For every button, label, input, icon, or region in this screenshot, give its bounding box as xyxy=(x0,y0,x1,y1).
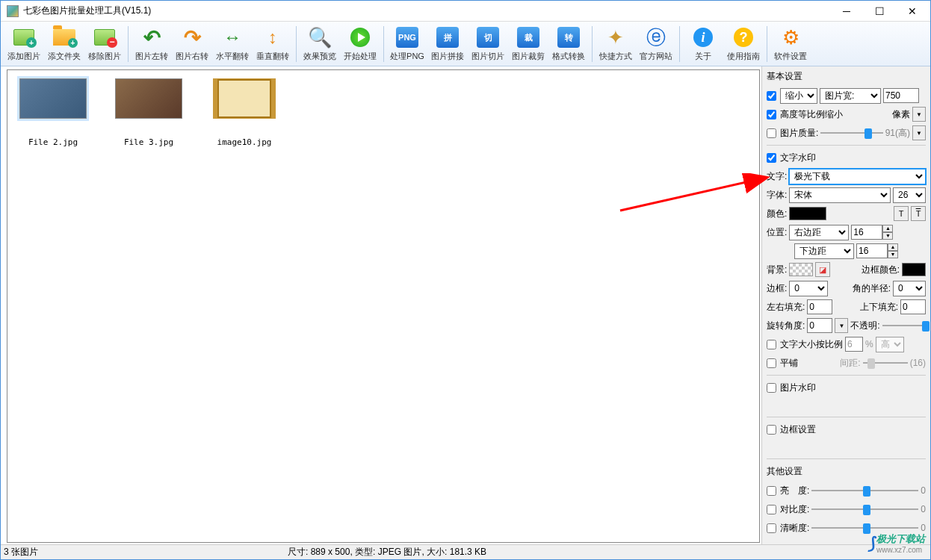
toolbar-start[interactable]: 开始处理 xyxy=(340,24,380,64)
about-icon: i xyxy=(691,25,715,49)
thumbnail-item[interactable]: File 3.jpg xyxy=(109,76,188,147)
font-select[interactable]: 宋体 xyxy=(789,187,891,203)
add-folder-icon xyxy=(52,25,76,49)
remove-image-label: 移除图片 xyxy=(88,51,121,62)
border-color-swatch[interactable] xyxy=(902,263,926,276)
width-mode-select[interactable]: 图片宽: xyxy=(820,88,881,104)
shortcut-icon: ✦ xyxy=(604,25,628,49)
guide-label: 使用指南 xyxy=(727,51,760,62)
toolbar-preview[interactable]: 🔍效果预览 xyxy=(300,24,340,64)
border-width-select[interactable]: 0 xyxy=(789,281,828,296)
rotate-input[interactable] xyxy=(807,318,832,333)
flip-v-label: 垂直翻转 xyxy=(256,51,289,62)
brightness-slider[interactable] xyxy=(811,484,918,497)
rotate-left-icon: ↶ xyxy=(140,25,164,49)
toolbar-website[interactable]: ⓔ官方网站 xyxy=(636,24,676,64)
thumbnail-item[interactable]: image10.jpg xyxy=(205,76,284,147)
toolbar-join[interactable]: 拼图片拼接 xyxy=(427,24,468,64)
scale-checkbox[interactable] xyxy=(767,340,776,349)
quality-slider[interactable] xyxy=(820,126,882,140)
bg-clear-btn[interactable]: ◪ xyxy=(815,262,830,277)
image-wm-checkbox[interactable] xyxy=(767,383,776,393)
quality-label: 图片质量: xyxy=(780,127,818,140)
rotate-right-icon: ↷ xyxy=(180,25,204,49)
cut-label: 图片切片 xyxy=(471,51,504,62)
text-wm-title: 文字水印 xyxy=(780,152,816,164)
website-icon: ⓔ xyxy=(644,25,668,49)
flip-h-label: 水平翻转 xyxy=(216,51,249,62)
contrast-label: 对比度: xyxy=(780,503,809,516)
gap-slider xyxy=(863,356,908,370)
resize-checkbox[interactable] xyxy=(767,91,776,101)
pos-h-select[interactable]: 右边距 xyxy=(789,225,849,240)
rotate-left-label: 图片左转 xyxy=(135,51,168,62)
add-folder-label: 添文件夹 xyxy=(48,51,81,62)
brightness-checkbox[interactable] xyxy=(767,486,776,496)
pad-v-input[interactable] xyxy=(900,299,926,314)
ratio-label: 高度等比例缩小 xyxy=(780,108,843,121)
contrast-checkbox[interactable] xyxy=(767,505,776,514)
toolbar-rotate-left[interactable]: ↶图片左转 xyxy=(132,24,172,64)
opacity-slider[interactable] xyxy=(882,319,926,332)
start-icon xyxy=(348,25,372,49)
pos-v-spinner[interactable]: ▲▼ xyxy=(856,243,898,258)
toolbar-about[interactable]: i关于 xyxy=(683,24,723,64)
text-wm-checkbox[interactable] xyxy=(767,153,776,163)
thumbnails-area[interactable]: File 2.jpgFile 3.jpgimage10.jpg xyxy=(7,69,760,543)
toolbar-rotate-right[interactable]: ↷图片右转 xyxy=(172,24,212,64)
pad-h-label: 左右填充: xyxy=(767,301,805,314)
border-setting-checkbox[interactable] xyxy=(767,425,776,435)
toolbar-convert[interactable]: 转格式转换 xyxy=(548,24,589,64)
toolbar-png[interactable]: PNG处理PNG xyxy=(387,24,427,64)
tile-checkbox[interactable] xyxy=(767,358,776,368)
toolbar-crop[interactable]: 裁图片裁剪 xyxy=(508,24,548,64)
pad-v-label: 上下填充: xyxy=(860,301,898,314)
watermark-text-input[interactable]: 极光下载 xyxy=(789,169,926,184)
settings-label: 软件设置 xyxy=(774,51,807,62)
thumbnail-name: File 2.jpg xyxy=(28,137,78,147)
text-style-btn-1[interactable]: T xyxy=(894,206,909,221)
width-value-input[interactable] xyxy=(883,88,919,103)
toolbar-cut[interactable]: 切图片切片 xyxy=(468,24,508,64)
text-style-btn-2[interactable]: T xyxy=(911,206,926,221)
close-button[interactable]: ✕ xyxy=(896,1,929,21)
toolbar-flip-h[interactable]: ↔水平翻转 xyxy=(212,24,253,64)
pos-h-spinner[interactable]: ▲▼ xyxy=(851,225,893,240)
pad-h-input[interactable] xyxy=(807,299,832,314)
contrast-slider[interactable] xyxy=(811,503,918,516)
toolbar-guide[interactable]: ?使用指南 xyxy=(723,24,764,64)
toolbar-remove-image[interactable]: 移除图片 xyxy=(84,24,125,64)
thumbnail-item[interactable]: File 2.jpg xyxy=(13,76,93,147)
maximize-button[interactable]: ☐ xyxy=(863,1,896,21)
toolbar-shortcut[interactable]: ✦快捷方式 xyxy=(596,24,636,64)
ratio-checkbox[interactable] xyxy=(767,110,776,119)
quality-dropdown[interactable]: ▼ xyxy=(912,125,926,140)
main-toolbar: 添加图片添文件夹移除图片↶图片左转↷图片右转↔水平翻转↕垂直翻转🔍效果预览开始处… xyxy=(1,22,930,66)
text-color-swatch[interactable] xyxy=(789,207,826,220)
toolbar-settings[interactable]: ⚙软件设置 xyxy=(770,24,811,64)
title-bar: 七彩色图片批量处理工具(V15.1) ─ ☐ ✕ xyxy=(1,1,930,22)
rotate-dropdown[interactable]: ▼ xyxy=(835,318,848,333)
quality-value: 91(高) xyxy=(885,127,910,140)
corner-select[interactable]: 0 xyxy=(893,281,926,296)
brightness-label: 亮 度: xyxy=(780,485,809,497)
toolbar-flip-v[interactable]: ↕垂直翻转 xyxy=(253,24,293,64)
app-icon xyxy=(7,5,19,17)
add-image-label: 添加图片 xyxy=(7,51,40,62)
minimize-button[interactable]: ─ xyxy=(830,1,863,21)
about-label: 关于 xyxy=(695,51,711,62)
bg-color-swatch[interactable] xyxy=(789,263,813,276)
font-size-select[interactable]: 26 xyxy=(893,187,926,203)
resize-mode-select[interactable]: 缩小 xyxy=(780,88,817,104)
pos-v-select[interactable]: 下边距 xyxy=(794,243,854,259)
png-label: 处理PNG xyxy=(390,51,424,62)
shortcut-label: 快捷方式 xyxy=(599,51,632,62)
unit-dropdown[interactable]: ▼ xyxy=(912,107,926,122)
sharpness-checkbox[interactable] xyxy=(767,523,776,533)
quality-checkbox[interactable] xyxy=(767,128,776,138)
tile-label: 平铺 xyxy=(780,357,798,370)
toolbar-add-image[interactable]: 添加图片 xyxy=(4,24,44,64)
crop-icon: 裁 xyxy=(516,25,540,49)
sharpness-slider[interactable] xyxy=(811,521,918,535)
toolbar-add-folder[interactable]: 添文件夹 xyxy=(44,24,84,64)
